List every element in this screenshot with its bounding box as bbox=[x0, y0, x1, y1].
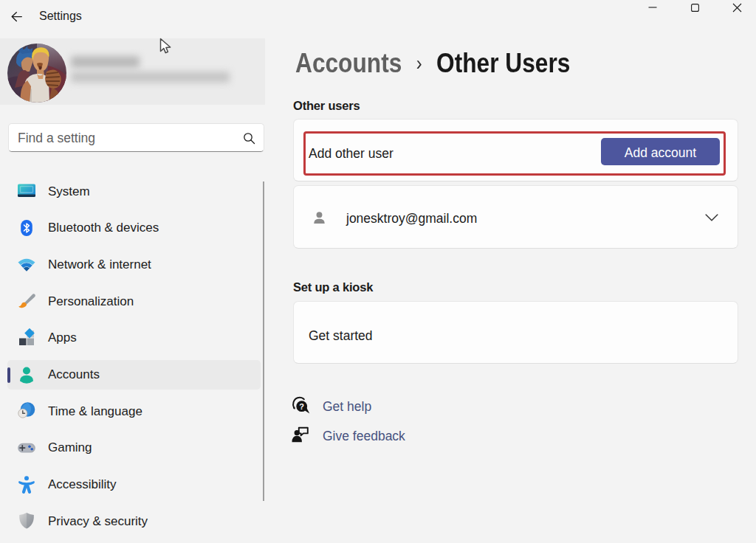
svg-text:?: ? bbox=[299, 402, 304, 411]
